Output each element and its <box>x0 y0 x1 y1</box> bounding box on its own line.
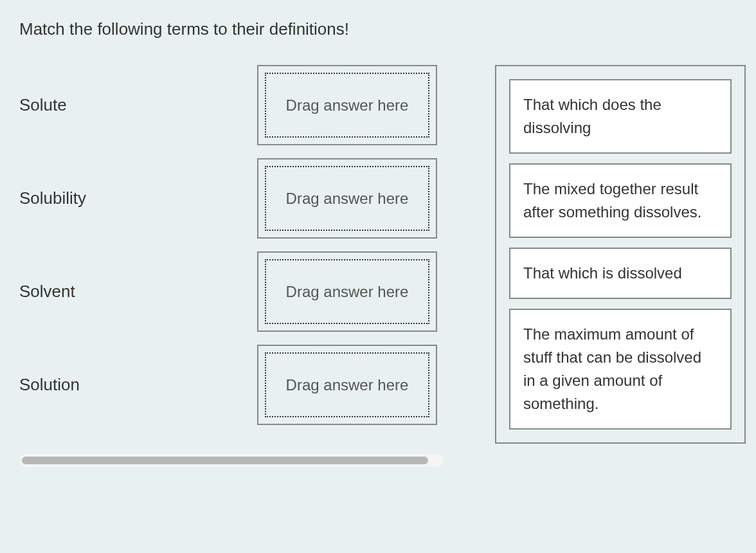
drop-zone-solubility[interactable]: Drag answer here <box>257 158 437 239</box>
term-label-solute: Solute <box>19 95 231 115</box>
answer-card[interactable]: The mixed together result after somethin… <box>509 163 732 238</box>
drop-zone-solution[interactable]: Drag answer here <box>257 345 437 425</box>
drop-placeholder: Drag answer here <box>265 166 429 231</box>
match-row: Solution Drag answer here <box>19 345 444 425</box>
answer-card[interactable]: That which is dissolved <box>509 248 732 299</box>
instruction-text: Match the following terms to their defin… <box>19 19 737 39</box>
drop-zone-solute[interactable]: Drag answer here <box>257 65 437 145</box>
answer-card[interactable]: That which does the dissolving <box>509 79 732 154</box>
drop-placeholder: Drag answer here <box>265 73 429 138</box>
match-row: Solvent Drag answer here <box>19 251 444 332</box>
match-row: Solute Drag answer here <box>19 65 444 145</box>
drop-placeholder: Drag answer here <box>265 259 429 324</box>
term-label-solution: Solution <box>19 375 231 395</box>
term-label-solubility: Solubility <box>19 188 231 208</box>
main-container: Solute Drag answer here Solubility Drag … <box>19 65 737 467</box>
answer-card[interactable]: The maximum amount of stuff that can be … <box>509 309 732 430</box>
horizontal-scrollbar[interactable] <box>19 454 444 467</box>
scrollbar-thumb[interactable] <box>22 457 428 464</box>
term-label-solvent: Solvent <box>19 282 231 302</box>
drop-zone-solvent[interactable]: Drag answer here <box>257 251 437 332</box>
left-panel: Solute Drag answer here Solubility Drag … <box>19 65 444 467</box>
drop-placeholder: Drag answer here <box>265 352 429 417</box>
match-row: Solubility Drag answer here <box>19 158 444 239</box>
match-rows: Solute Drag answer here Solubility Drag … <box>19 65 444 425</box>
answers-panel: That which does the dissolving The mixed… <box>495 65 746 444</box>
